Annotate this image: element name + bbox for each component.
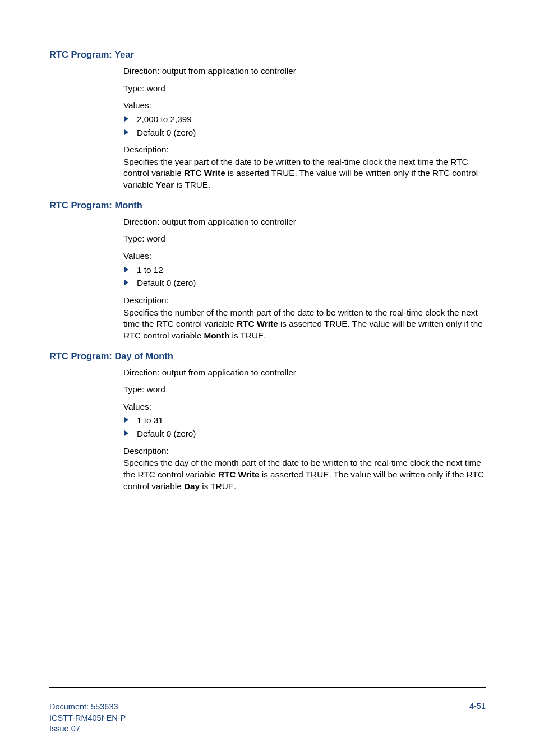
desc-bold-rtcwrite: RTC Write (218, 470, 260, 479)
description-label: Description: (123, 144, 486, 156)
footer-divider (49, 687, 486, 688)
list-item: Default 0 (zero) (122, 277, 486, 289)
footer-issue: Issue 07 (49, 723, 126, 735)
values-label: Values: (123, 401, 486, 413)
section-body-year: Direction: output from application to co… (123, 66, 486, 191)
triangle-icon (124, 129, 128, 135)
list-item-text: 1 to 12 (137, 265, 163, 275)
desc-post: is TRUE. (229, 331, 266, 340)
type-text: Type: word (123, 384, 486, 396)
description-label: Description: (123, 295, 486, 307)
triangle-icon (124, 430, 128, 436)
list-item-text: 1 to 31 (137, 415, 163, 425)
desc-post: is TRUE. (174, 180, 210, 189)
footer-left-block: Document: 553633 ICSTT-RM405f-EN-P Issue… (49, 702, 126, 735)
section-heading-day: RTC Program: Day of Month (49, 351, 486, 361)
desc-bold-rtcwrite: RTC Write (184, 168, 225, 178)
list-item-text: Default 0 (zero) (137, 429, 196, 438)
footer-ref: ICSTT-RM405f-EN-P (49, 713, 126, 724)
description-label: Description: (123, 446, 486, 457)
direction-text: Direction: output from application to co… (123, 216, 486, 228)
desc-bold-var: Year (156, 180, 174, 189)
description-text: Specifies the day of the month part of t… (123, 457, 486, 492)
values-list: 1 to 31 Default 0 (zero) (123, 415, 486, 439)
list-item: 1 to 31 (122, 415, 486, 426)
triangle-icon (124, 267, 128, 272)
type-text: Type: word (123, 83, 486, 95)
values-label: Values: (123, 251, 486, 262)
list-item: Default 0 (zero) (122, 428, 486, 440)
triangle-icon (124, 116, 128, 122)
direction-text: Direction: output from application to co… (123, 66, 486, 77)
footer-page-number: 4-51 (469, 702, 486, 711)
values-label: Values: (123, 100, 486, 112)
section-heading-year: RTC Program: Year (49, 49, 486, 60)
list-item-text: Default 0 (zero) (137, 128, 196, 137)
section-body-month: Direction: output from application to co… (123, 216, 486, 342)
page: RTC Program: Year Direction: output from… (0, 0, 535, 756)
list-item-text: 2,000 to 2,399 (137, 114, 192, 124)
desc-post: is TRUE. (200, 481, 236, 491)
triangle-icon (124, 417, 128, 423)
desc-bold-var: Day (184, 481, 200, 491)
list-item: 1 to 12 (122, 265, 486, 276)
list-item: Default 0 (zero) (122, 127, 486, 139)
description-text: Specifies the number of the month part o… (123, 307, 486, 342)
description-text: Specifies the year part of the date to b… (123, 156, 486, 191)
footer-document: Document: 553633 (49, 702, 126, 713)
section-heading-month: RTC Program: Month (49, 200, 486, 211)
type-text: Type: word (123, 233, 486, 245)
values-list: 2,000 to 2,399 Default 0 (zero) (123, 114, 486, 138)
direction-text: Direction: output from application to co… (123, 367, 486, 379)
values-list: 1 to 12 Default 0 (zero) (123, 265, 486, 289)
desc-bold-rtcwrite: RTC Write (237, 319, 278, 328)
triangle-icon (124, 280, 128, 285)
list-item: 2,000 to 2,399 (122, 114, 486, 126)
desc-bold-var: Month (204, 331, 229, 340)
page-footer: Document: 553633 ICSTT-RM405f-EN-P Issue… (49, 702, 486, 735)
list-item-text: Default 0 (zero) (137, 278, 196, 287)
section-body-day: Direction: output from application to co… (123, 367, 486, 493)
